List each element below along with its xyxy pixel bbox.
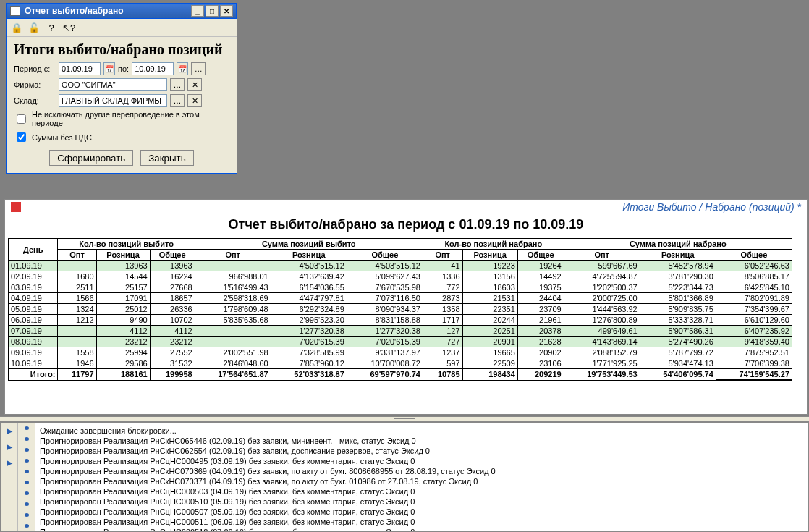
cell-day: 02.09.19 <box>9 271 58 282</box>
cell: 1324 <box>58 304 96 315</box>
cell: 1'277'320.38 <box>347 326 423 337</box>
cell: 23106 <box>517 358 564 369</box>
period-from-label: Период с: <box>14 64 56 73</box>
cell: 18657 <box>150 293 195 304</box>
cell: 13963 <box>150 261 195 271</box>
cell: 27668 <box>150 282 195 293</box>
cell: 6'425'845.10 <box>716 282 792 293</box>
cell: 127 <box>423 326 462 337</box>
close-button[interactable]: ✕ <box>220 5 233 17</box>
log-line: Ожидание завершения блокировки... <box>40 426 804 436</box>
cell: 7'670'535.98 <box>347 282 423 293</box>
cell-day: 04.09.19 <box>9 293 58 304</box>
colgroup-sum-in: Сумма позиций набрано <box>564 239 792 250</box>
table-row[interactable]: 05.09.19132425012263361'798'609.486'292'… <box>9 304 792 315</box>
log-tabs: ▶ ▶ ▶ <box>1 423 18 531</box>
log-pane: ▶ ▶ ▶ Ожидание завершения блокировки...П… <box>0 422 809 532</box>
cell-day: 06.09.19 <box>9 315 58 326</box>
warehouse-pick-button[interactable]: … <box>170 94 185 107</box>
warehouse-clear-button[interactable]: ✕ <box>187 94 202 107</box>
log-markers <box>18 423 35 531</box>
cell: 599'667.69 <box>564 261 640 271</box>
no-vat-checkbox[interactable] <box>17 132 26 142</box>
log-line: Проигнорирован Реализация РнСкНС070371 (… <box>40 476 804 486</box>
period-from-input[interactable] <box>59 62 101 75</box>
cell: 7'706'399.38 <box>716 358 792 369</box>
table-row[interactable]: 01.09.1913963139634'503'515.124'503'515.… <box>9 261 792 271</box>
generate-button[interactable]: Сформировать <box>49 150 133 166</box>
colgroup-sum-out: Сумма позиций выбито <box>195 239 423 250</box>
cell: 25994 <box>96 347 150 358</box>
cell: 4'474'797.81 <box>271 293 347 304</box>
table-row[interactable]: 10.09.19194629586315322'846'048.607'853'… <box>9 358 792 369</box>
cell: 2511 <box>58 282 96 293</box>
col-day: День <box>9 239 58 261</box>
cell: 1680 <box>58 271 96 282</box>
cell: 772 <box>423 282 462 293</box>
cursor-help-icon[interactable]: ↖? <box>63 22 75 33</box>
minimize-button[interactable]: _ <box>191 5 204 17</box>
horizontal-splitter[interactable] <box>0 416 809 422</box>
cell: 1'277'320.38 <box>271 326 347 337</box>
cell <box>195 326 271 337</box>
cell: 966'988.01 <box>195 271 271 282</box>
log-line: Проигнорирован Реализация РнСцНС000511 (… <box>40 517 804 527</box>
cell: 20378 <box>517 326 564 337</box>
maximize-button[interactable]: □ <box>206 5 219 17</box>
pdf-icon[interactable] <box>11 202 21 212</box>
cell-day: 05.09.19 <box>9 304 58 315</box>
log-line: Проигнорирован Реализация РнСцНС000512 (… <box>40 527 804 531</box>
dialog-toolbar: 🔒 🔓 ? ↖? <box>7 19 237 37</box>
period-to-input[interactable] <box>132 62 174 75</box>
cell: 16224 <box>150 271 195 282</box>
cell: 29586 <box>96 358 150 369</box>
firm-pick-button[interactable]: … <box>170 78 185 91</box>
table-row[interactable]: 04.09.19156617091186572'598'318.694'474'… <box>9 293 792 304</box>
help-icon[interactable]: ? <box>46 22 57 33</box>
table-row[interactable]: 06.09.1912129490107025'835'635.682'995'5… <box>9 315 792 326</box>
table-row[interactable]: 08.09.1923212232127'020'615.397'020'615.… <box>9 337 792 347</box>
firm-clear-button[interactable]: ✕ <box>187 78 202 91</box>
exclude-checkbox[interactable] <box>17 114 26 124</box>
cell: 6'407'235.92 <box>716 326 792 337</box>
cell <box>58 326 96 337</box>
cell: 21531 <box>462 293 517 304</box>
log-tab-2[interactable]: ▶ <box>3 440 16 453</box>
cell: 7'853'960.12 <box>271 358 347 369</box>
log-tab-1[interactable]: ▶ <box>3 424 16 437</box>
cell: 6'610'129.60 <box>716 315 792 326</box>
log-line: Проигнорирован Реализация РнСцНС000503 (… <box>40 486 804 497</box>
cell: 22509 <box>462 358 517 369</box>
cell: 10'700'008.72 <box>347 358 423 369</box>
log-line: Проигнорирован Реализация РнСцНС000495 (… <box>40 456 804 466</box>
cell: 5'333'328.71 <box>640 315 716 326</box>
firm-input[interactable] <box>59 78 167 91</box>
cell: 19223 <box>462 261 517 271</box>
cell: 7'802'091.89 <box>716 293 792 304</box>
cell: 6'292'324.89 <box>271 304 347 315</box>
cell: 6'052'246.63 <box>716 261 792 271</box>
cell: 5'934'474.13 <box>640 358 716 369</box>
table-row[interactable]: 09.09.19155825994275522'002'551.987'328'… <box>9 347 792 358</box>
log-line: Проигнорирован Реализация РнСкНС065446 (… <box>40 436 804 446</box>
app-icon <box>10 6 20 16</box>
table-row[interactable]: 03.09.19251125157276681'516'499.436'154'… <box>9 282 792 293</box>
table-row[interactable]: 07.09.19411241121'277'320.381'277'320.38… <box>9 326 792 337</box>
table-row[interactable]: 02.09.1916801454416224966'988.014'132'63… <box>9 271 792 282</box>
titlebar[interactable]: Отчет выбито/набрано _ □ ✕ <box>7 3 237 19</box>
log-tab-3[interactable]: ▶ <box>3 456 16 469</box>
calendar-to-button[interactable]: 📅 <box>177 62 188 75</box>
period-extra-button[interactable]: … <box>191 62 206 75</box>
lock-icon[interactable]: 🔒 <box>11 22 22 33</box>
cell: 1'276'800.89 <box>564 315 640 326</box>
cell: 24404 <box>517 293 564 304</box>
unlock-icon[interactable]: 🔓 <box>28 22 40 33</box>
cell: 8'506'885.17 <box>716 271 792 282</box>
close-dialog-button[interactable]: Закрыть <box>140 150 193 166</box>
period-to-label: по: <box>118 64 129 73</box>
warehouse-input[interactable] <box>59 94 167 107</box>
calendar-from-button[interactable]: 📅 <box>103 62 115 75</box>
cell <box>195 337 271 347</box>
log-text[interactable]: Ожидание завершения блокировки...Проигно… <box>35 423 808 531</box>
cell: 7'328'585.99 <box>271 347 347 358</box>
